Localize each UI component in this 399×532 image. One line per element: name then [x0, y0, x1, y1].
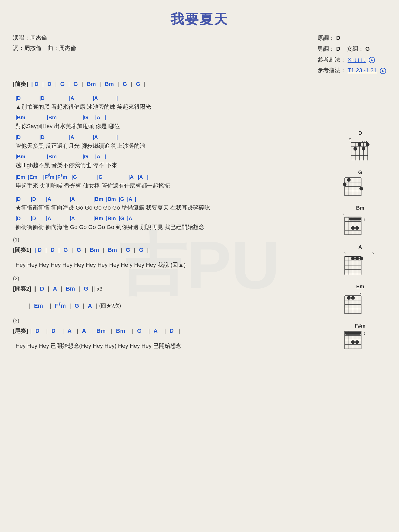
interlude2-label: [間奏2] — [13, 285, 31, 292]
prelude-label: [前奏] — [13, 81, 28, 87]
finger-row: 參考指法： T1 23 -1 21 ▶ — [317, 65, 386, 76]
svg-text:x: x — [349, 141, 351, 142]
svg-text:2: 2 — [364, 218, 365, 221]
d-string-labels: x — [349, 137, 372, 141]
verse1-block: |D |D |A |A | ▲別怕曬的黑 看起來很健康 泳池旁的妹 笑起來很陽光… — [13, 94, 339, 190]
outro-lyrics: Hey Hey Hey 已開始想念(Hey Hey Hey) Hey Hey H… — [13, 341, 339, 350]
interlude2-return: (回★2次) — [99, 303, 121, 309]
svg-point-68 — [351, 296, 355, 300]
svg-point-55 — [355, 257, 359, 260]
svg-point-56 — [359, 257, 363, 260]
svg-point-42 — [355, 226, 359, 230]
song-meta-left: 演唱：周杰倫 詞：周杰倫 曲：周杰倫 — [13, 33, 76, 53]
original-key-label: 原調： — [317, 35, 335, 41]
chorus-block: |D |D |A |A |Bm |Bm |G |A | ★衝衝衝衝衝 衝向海邊 … — [13, 195, 339, 232]
svg-point-15 — [362, 147, 365, 151]
svg-text:2: 2 — [364, 332, 365, 335]
female-key-label: 女調： — [347, 46, 364, 52]
a-grid — [342, 255, 365, 276]
chord-diagram-Fsharp-m: F#m 2 — [342, 323, 378, 351]
svg-point-13 — [358, 143, 361, 146]
svg-point-81 — [355, 340, 359, 344]
interlude2-x3: x3 — [97, 286, 102, 292]
interlude2-section: (2) [間奏2] || D | A | Bm | G || x3 | — [13, 276, 339, 311]
svg-point-80 — [351, 340, 355, 344]
credits-line: 詞：周杰倫 曲：周杰倫 — [13, 43, 76, 53]
interlude1-paren: (1) — [13, 237, 339, 243]
a-open-label: o o — [342, 251, 378, 255]
verse1-lyrics-row3: 管他天多黑 反正還有月光 腳步繼續追 衝上沙灘的浪 — [13, 141, 339, 150]
chorus-chord-row2: |D |D |A |A |Bm |Bm |G |A — [13, 215, 339, 222]
chord-name-Fsharp-m: F#m — [342, 323, 378, 329]
chord-name-Bm: Bm — [342, 205, 378, 211]
main-layout: D x — [13, 78, 386, 350]
verse1-chord-row5: |Em |Em |F♯m |F♯m |G |G |A |A | — [13, 172, 339, 181]
chord-name-A: A — [342, 244, 378, 250]
key-row: 原調： D — [317, 33, 386, 43]
strum-label: 參考刷法： — [317, 56, 346, 63]
verse1-lyrics-row1: ▲別怕曬的黑 看起來很健康 泳池旁的妹 笑起來很陽光 — [13, 102, 339, 111]
svg-point-41 — [351, 226, 355, 230]
male-key-value: D — [336, 46, 340, 52]
chord-diagram-Bm: Bm x — [342, 205, 378, 237]
svg-point-14 — [353, 147, 357, 151]
lyricist: 詞：周杰倫 — [13, 45, 41, 51]
chord-diagram-G: G — [342, 169, 378, 197]
chorus-chord-row1: |D |D |A |A |Bm |Bm |G |A | — [13, 195, 339, 203]
interlude1-section: (1) [間奏1] | D | D | G | G | Bm | Bm | G — [13, 237, 339, 269]
svg-point-28 — [347, 178, 351, 182]
main-content: [前奏] | D | D | G | G | Bm | Bm | G | G | — [13, 78, 339, 350]
svg-point-29 — [359, 187, 363, 190]
gender-key-row: 男調： D 女調： G — [317, 43, 386, 54]
chord-name-G: G — [342, 169, 378, 175]
verse1-chord-row4: |Bm |Bm |G |A | — [13, 153, 339, 160]
bm-x-label: x — [342, 212, 365, 216]
chord-diagram-D: D x — [342, 130, 378, 162]
fsharp-m-grid: 2 — [342, 330, 365, 351]
song-meta-right: 原調： D 男調： D 女調： G 參考刷法： X↑↓↓↑↓ ▶ 參考指法： T… — [317, 33, 386, 76]
chord-diagram-A: A o o — [342, 244, 378, 276]
composer: 曲：周杰倫 — [48, 45, 76, 51]
chord-diagrams-column: D x — [342, 130, 378, 351]
outro-section: (3) [尾奏] | D | D | A | A | Bm | Bm | — [13, 318, 339, 350]
strum-play-button[interactable]: ▶ — [369, 57, 375, 63]
svg-rect-40 — [349, 218, 361, 220]
male-key-label: 男調： — [317, 46, 335, 52]
svg-point-54 — [351, 257, 355, 260]
verse1-chord-row3: |D |D |A |A | — [13, 134, 339, 141]
interlude2-line2: | Em | F♯m | G | A | (回★2次) — [13, 299, 339, 311]
outro-paren: (3) — [13, 318, 339, 324]
svg-point-67 — [347, 296, 351, 300]
chord-svg-D: x — [342, 137, 378, 162]
svg-point-16 — [366, 143, 370, 146]
verse1-chord-row1: |D |D |A |A | — [13, 94, 339, 102]
interlude1-line: [間奏1] | D | D | G | G | Bm | Bm | G | G — [13, 244, 339, 256]
title-area: 我要夏天 — [13, 10, 386, 28]
g-grid — [342, 176, 365, 197]
female-key-value: G — [365, 46, 370, 52]
prelude-line: [前奏] | D | D | G | G | Bm | Bm | G | G | — [13, 78, 339, 90]
em-open-label: o — [342, 291, 378, 294]
verse1-lyrics-row5: 舉起手來 尖叫吶喊 螢光棒 仙女棒 管你還有什麼棒都一起搖擺 — [13, 181, 339, 190]
verse1-lyrics-row4: 越High越不累 音樂不停我們也 停不 下來 — [13, 161, 339, 170]
strum-value: X↑↓↓↑↓ — [348, 56, 366, 63]
finger-play-button[interactable]: ▶ — [380, 68, 386, 74]
em-grid — [342, 294, 365, 315]
outro-line: [尾奏] | D | D | A | A | Bm | Bm | G — [13, 325, 339, 337]
verse1-chord-row2: |Bm |Bm |G |A | — [13, 114, 339, 121]
original-key-value: D — [336, 35, 340, 41]
interlude1-label: [間奏1] — [13, 247, 31, 253]
verse1-lyrics-row2: 對你Say個Hey 出水芙蓉加甩頭 你是 哪位 — [13, 122, 339, 131]
svg-rect-79 — [345, 332, 361, 335]
finger-value: T1 23 -1 21 — [348, 67, 377, 73]
singer-line: 演唱：周杰倫 — [13, 33, 76, 43]
chorus-lyrics-row2: 衝衝衝衝衝 衝向海邊 Go Go Go Go Go 到你身邊 別說再見 我已經開… — [13, 223, 339, 232]
svg-point-27 — [343, 182, 346, 186]
interlude1-lyrics: Hey Hey Hey Hey Hey Hey Hey Hey Hey He y… — [13, 260, 339, 269]
svg-point-11 — [362, 141, 365, 142]
strum-row: 參考刷法： X↑↓↓↑↓ ▶ — [317, 54, 386, 65]
chord-name-D: D — [342, 130, 378, 136]
chord-name-Em: Em — [342, 284, 378, 290]
bm-grid: 2 — [342, 216, 365, 237]
header-row: 演唱：周杰倫 詞：周杰倫 曲：周杰倫 原調： D 男調： D 女調： G 參考刷… — [13, 33, 386, 76]
